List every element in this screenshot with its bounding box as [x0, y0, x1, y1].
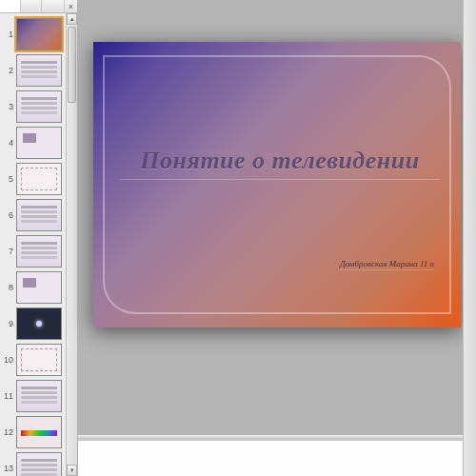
thumbnail-preview[interactable] — [16, 344, 62, 376]
thumbnail-number: 10 — [0, 355, 13, 365]
thumbnail-tab-bar: × — [0, 0, 77, 13]
thumbnail-number: 11 — [0, 391, 13, 401]
thumbnail-number: 13 — [0, 464, 13, 473]
tab-slides[interactable] — [0, 0, 21, 12]
thumbnail-number: 4 — [0, 138, 13, 148]
thumbnail-preview[interactable] — [16, 271, 62, 304]
thumbnail-preview[interactable] — [16, 416, 62, 448]
close-panel-button[interactable]: × — [64, 0, 77, 12]
thumbnail-preview[interactable] — [16, 90, 62, 123]
tab-outline[interactable] — [21, 0, 42, 12]
thumbnail-preview[interactable] — [16, 452, 62, 476]
notes-pane[interactable] — [78, 438, 463, 476]
thumbnail-number: 2 — [0, 66, 13, 75]
thumbnail-number: 7 — [0, 247, 13, 256]
thumbnail-preview[interactable] — [16, 380, 62, 412]
slide-author-text[interactable]: Домбровская Марина 11 а — [340, 259, 434, 270]
thumbnail-preview[interactable] — [16, 163, 62, 195]
slide-frame — [103, 55, 451, 314]
thumbnail-preview[interactable] — [16, 54, 62, 87]
close-icon: × — [69, 2, 73, 11]
thumbnail-scrollbar[interactable]: ▴ ▾ — [66, 13, 77, 476]
thumbnail-number: 6 — [0, 210, 13, 220]
slide-canvas[interactable]: Понятие о телевидении Домбровская Марина… — [93, 42, 461, 327]
slide-title-text[interactable]: Понятие о телевидении — [120, 147, 440, 180]
thumbnail-preview[interactable] — [16, 235, 62, 268]
scroll-track[interactable] — [67, 25, 77, 465]
chevron-up-icon: ▴ — [70, 15, 74, 22]
thumbnail-preview[interactable] — [16, 199, 62, 231]
thumbnail-number: 5 — [0, 174, 13, 184]
thumbnail-number: 3 — [0, 102, 13, 111]
scroll-up-button[interactable]: ▴ — [67, 13, 77, 25]
thumbnail-preview[interactable] — [16, 18, 62, 50]
app-root: × 12345678910111213 ▴ ▾ Понятие о телеви… — [0, 0, 476, 476]
scroll-thumb[interactable] — [68, 27, 76, 103]
slide-editor-area: Понятие о телевидении Домбровская Марина… — [78, 0, 476, 476]
thumbnail-preview[interactable] — [16, 307, 62, 340]
thumbnail-panel: × 12345678910111213 ▴ ▾ — [0, 0, 78, 476]
thumbnail-number: 8 — [0, 283, 13, 292]
scroll-down-button[interactable]: ▾ — [67, 465, 77, 476]
thumbnail-number: 9 — [0, 319, 13, 328]
chevron-down-icon: ▾ — [70, 466, 74, 473]
thumbnail-number: 1 — [0, 30, 13, 39]
thumbnail-number: 12 — [0, 427, 13, 437]
thumbnail-preview[interactable] — [16, 127, 62, 159]
main-scrollbar[interactable] — [463, 0, 476, 476]
